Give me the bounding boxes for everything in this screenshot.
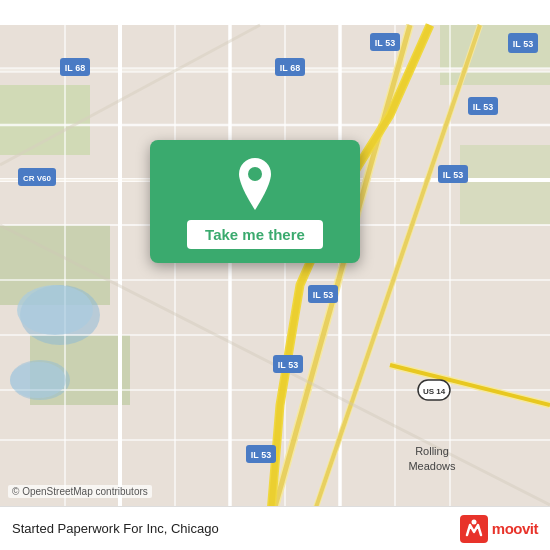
location-card: Take me there [150,140,360,263]
svg-rect-1 [0,85,90,155]
moovit-logo: moovit [460,515,538,543]
take-me-there-button[interactable]: Take me there [187,220,323,249]
svg-text:IL 53: IL 53 [313,290,333,300]
svg-text:IL 68: IL 68 [65,63,85,73]
map-svg: IL 53 IL 53 IL 53 IL 53 IL 53 IL 53 IL 5… [0,0,550,550]
svg-text:IL 53: IL 53 [443,170,463,180]
moovit-icon [460,515,488,543]
svg-point-60 [248,167,262,181]
svg-text:IL 53: IL 53 [278,360,298,370]
svg-text:Rolling: Rolling [415,445,449,457]
svg-text:CR V60: CR V60 [23,174,52,183]
svg-rect-61 [460,515,488,543]
svg-point-62 [471,519,476,524]
svg-text:Meadows: Meadows [408,460,456,472]
map-copyright: © OpenStreetMap contributors [8,485,152,498]
svg-text:IL 53: IL 53 [251,450,271,460]
svg-text:IL 53: IL 53 [513,39,533,49]
moovit-brand-label: moovit [492,520,538,537]
location-pin-icon [233,158,277,210]
svg-rect-7 [460,145,550,225]
map-container: IL 53 IL 53 IL 53 IL 53 IL 53 IL 53 IL 5… [0,0,550,550]
location-label: Started Paperwork For Inc, Chicago [12,521,219,536]
svg-text:IL 53: IL 53 [375,38,395,48]
svg-text:IL 53: IL 53 [473,102,493,112]
svg-point-58 [17,285,93,335]
svg-text:US 14: US 14 [423,387,446,396]
bottom-bar: Started Paperwork For Inc, Chicago moovi… [0,506,550,550]
svg-text:IL 68: IL 68 [280,63,300,73]
svg-point-59 [10,362,66,398]
